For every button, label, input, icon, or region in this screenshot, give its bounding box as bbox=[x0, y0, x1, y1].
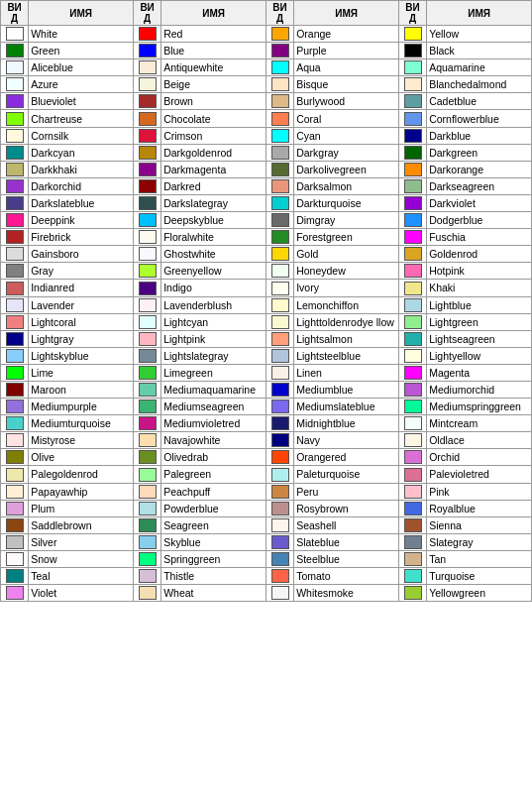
color-name-8-2: Darkolivegreen bbox=[294, 161, 399, 177]
color-swatch-17-2 bbox=[266, 313, 293, 330]
color-swatch-0-3 bbox=[398, 26, 426, 43]
color-swatch-6-3 bbox=[398, 127, 426, 144]
color-name-14-1: Greenyellow bbox=[161, 263, 266, 280]
color-swatch-23-2 bbox=[266, 415, 293, 432]
color-swatch-29-0 bbox=[1, 516, 29, 533]
color-name-19-0: Lightskyblue bbox=[29, 347, 134, 364]
color-name-26-0: Palegoldenrod bbox=[29, 466, 134, 483]
color-swatch-26-1 bbox=[133, 466, 160, 483]
color-swatch-31-1 bbox=[133, 550, 160, 567]
color-name-14-0: Gray bbox=[29, 263, 134, 280]
color-swatch-12-2 bbox=[266, 229, 293, 246]
color-swatch-11-1 bbox=[133, 212, 160, 229]
color-swatch-22-2 bbox=[266, 399, 293, 415]
color-swatch-18-2 bbox=[266, 330, 293, 347]
color-swatch-22-0 bbox=[1, 399, 29, 415]
color-swatch-3-1 bbox=[133, 76, 160, 93]
color-swatch-12-0 bbox=[1, 229, 29, 246]
color-swatch-16-3 bbox=[398, 296, 426, 313]
color-name-24-1: Navajowhite bbox=[161, 432, 266, 449]
color-swatch-10-1 bbox=[133, 194, 160, 211]
color-name-14-2: Honeydew bbox=[294, 263, 399, 280]
color-name-28-2: Rosybrown bbox=[294, 500, 399, 516]
color-name-33-2: Whitesmoke bbox=[294, 585, 399, 602]
color-name-12-0: Firebrick bbox=[29, 229, 134, 246]
color-name-6-3: Darkblue bbox=[427, 127, 532, 144]
color-swatch-4-2 bbox=[266, 93, 293, 110]
color-name-32-0: Teal bbox=[29, 568, 134, 585]
color-swatch-4-1 bbox=[133, 93, 160, 110]
color-swatch-9-0 bbox=[1, 177, 29, 194]
color-name-31-0: Snow bbox=[29, 550, 134, 567]
color-name-1-2: Purple bbox=[294, 43, 399, 59]
color-swatch-29-2 bbox=[266, 516, 293, 533]
color-name-5-0: Chartreuse bbox=[29, 110, 134, 127]
color-swatch-7-3 bbox=[398, 144, 426, 161]
color-name-31-2: Steelblue bbox=[294, 550, 399, 567]
color-swatch-18-3 bbox=[398, 330, 426, 347]
color-name-10-0: Darkslateblue bbox=[29, 194, 134, 211]
color-name-27-1: Peachpuff bbox=[161, 483, 266, 500]
color-swatch-8-2 bbox=[266, 161, 293, 177]
color-swatch-18-0 bbox=[1, 330, 29, 347]
color-name-8-0: Darkkhaki bbox=[29, 161, 134, 177]
color-name-27-2: Peru bbox=[294, 483, 399, 500]
color-swatch-32-3 bbox=[398, 568, 426, 585]
color-swatch-13-2 bbox=[266, 246, 293, 263]
color-swatch-5-3 bbox=[398, 110, 426, 127]
color-name-20-1: Limegreen bbox=[161, 364, 266, 381]
color-swatch-27-0 bbox=[1, 483, 29, 500]
color-swatch-31-3 bbox=[398, 550, 426, 567]
color-name-19-1: Lightslategray bbox=[161, 347, 266, 364]
color-swatch-15-0 bbox=[1, 280, 29, 296]
color-name-16-2: Lemonchiffon bbox=[294, 296, 399, 313]
color-name-8-1: Darkmagenta bbox=[161, 161, 266, 177]
color-name-32-1: Thistle bbox=[161, 568, 266, 585]
header-vid-3: ВИД bbox=[266, 1, 293, 26]
color-swatch-7-0 bbox=[1, 144, 29, 161]
color-swatch-11-2 bbox=[266, 212, 293, 229]
color-swatch-3-2 bbox=[266, 76, 293, 93]
color-name-33-0: Violet bbox=[29, 585, 134, 602]
color-name-27-0: Papayawhip bbox=[29, 483, 134, 500]
color-swatch-31-2 bbox=[266, 550, 293, 567]
color-name-2-2: Aqua bbox=[294, 59, 399, 76]
color-name-2-3: Aquamarine bbox=[427, 59, 532, 76]
color-swatch-29-1 bbox=[133, 516, 160, 533]
color-swatch-5-2 bbox=[266, 110, 293, 127]
color-name-12-1: Floralwhite bbox=[161, 229, 266, 246]
color-name-25-0: Olive bbox=[29, 449, 134, 466]
color-swatch-1-2 bbox=[266, 43, 293, 59]
color-name-21-2: Mediumblue bbox=[294, 381, 399, 398]
header-name-1: ИМЯ bbox=[29, 1, 134, 26]
color-swatch-14-2 bbox=[266, 263, 293, 280]
header-name-4: ИМЯ bbox=[427, 1, 532, 26]
color-name-30-3: Slategray bbox=[427, 533, 532, 550]
color-swatch-10-2 bbox=[266, 194, 293, 211]
color-name-12-2: Forestgreen bbox=[294, 229, 399, 246]
color-swatch-1-1 bbox=[133, 43, 160, 59]
color-name-22-1: Mediumseagreen bbox=[161, 399, 266, 415]
color-swatch-8-3 bbox=[398, 161, 426, 177]
color-name-11-0: Deeppink bbox=[29, 212, 134, 229]
color-swatch-2-0 bbox=[1, 59, 29, 76]
color-swatch-30-0 bbox=[1, 533, 29, 550]
color-swatch-28-2 bbox=[266, 500, 293, 516]
color-swatch-27-1 bbox=[133, 483, 160, 500]
color-swatch-20-0 bbox=[1, 364, 29, 381]
color-swatch-13-0 bbox=[1, 246, 29, 263]
color-swatch-25-1 bbox=[133, 449, 160, 466]
color-swatch-16-1 bbox=[133, 296, 160, 313]
color-name-7-2: Darkgray bbox=[294, 144, 399, 161]
color-name-13-1: Ghostwhite bbox=[161, 246, 266, 263]
color-swatch-21-3 bbox=[398, 381, 426, 398]
header-vid-4: ВИД bbox=[398, 1, 426, 26]
color-name-2-1: Antiquewhite bbox=[161, 59, 266, 76]
color-name-18-3: Lightseagreen bbox=[427, 330, 532, 347]
color-name-20-3: Magenta bbox=[427, 364, 532, 381]
color-swatch-6-2 bbox=[266, 127, 293, 144]
color-name-25-3: Orchid bbox=[427, 449, 532, 466]
color-name-6-1: Crimson bbox=[161, 127, 266, 144]
color-name-24-3: Oldlace bbox=[427, 432, 532, 449]
color-swatch-32-1 bbox=[133, 568, 160, 585]
